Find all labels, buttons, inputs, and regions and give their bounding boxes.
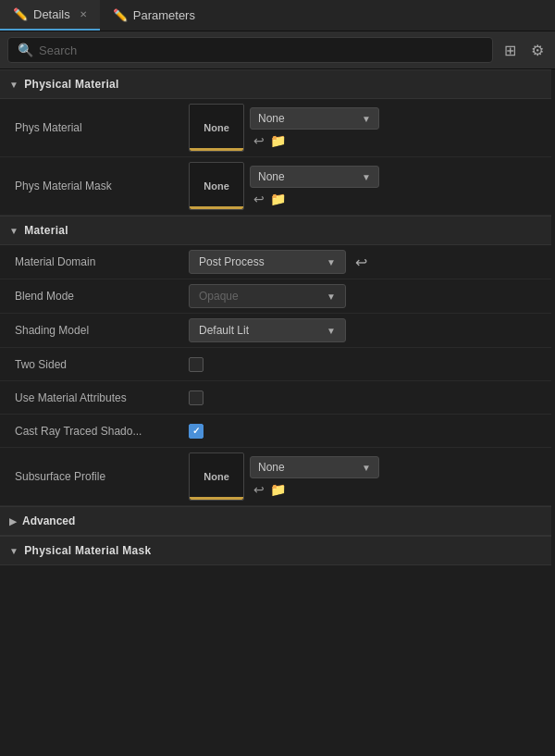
subsurface-profile-reset-icon[interactable]: ↩ <box>253 482 265 497</box>
main-content: ▼ Physical Material Phys Material None N… <box>0 69 555 751</box>
advanced-label: Advanced <box>22 514 75 527</box>
phys-material-browse-icon[interactable]: 📁 <box>270 133 286 148</box>
two-sided-row: Two Sided <box>0 348 551 381</box>
subsurface-profile-browse-icon[interactable]: 📁 <box>270 482 286 497</box>
phys-material-mask-control: None None ▼ ↩ 📁 <box>189 162 542 210</box>
parameters-tab-label: Parameters <box>133 8 195 22</box>
settings-button[interactable]: ⚙ <box>527 40 548 61</box>
two-sided-checkbox[interactable] <box>189 357 204 372</box>
phys-material-row: Phys Material None None ▼ ↩ 📁 <box>0 99 551 157</box>
cast-ray-traced-label: Cast Ray Traced Shado... <box>15 425 181 438</box>
phys-material-mask-reset-icon[interactable]: ↩ <box>253 192 265 206</box>
material-domain-arrow: ▼ <box>327 257 336 267</box>
section-physical-material[interactable]: ▼ Physical Material <box>0 69 551 99</box>
section-physical-material-mask[interactable]: ▼ Physical Material Mask <box>0 536 551 565</box>
phys-material-reset-icon[interactable]: ↩ <box>253 133 265 148</box>
phys-material-label: Phys Material <box>15 121 181 134</box>
blend-mode-value: Opaque <box>199 290 239 303</box>
material-domain-value: Post Process <box>199 255 265 268</box>
phys-material-control: None None ▼ ↩ 📁 <box>189 104 542 152</box>
use-material-attrs-row: Use Material Attributes <box>0 381 551 415</box>
use-material-attrs-checkbox[interactable] <box>189 390 204 405</box>
section-advanced[interactable]: ▶ Advanced <box>0 506 551 536</box>
material-label: Material <box>24 224 68 237</box>
phys-material-mask-dropdown-wrapper: None ▼ ↩ 📁 <box>250 166 379 206</box>
shading-model-control: Default Lit ▼ <box>189 318 542 342</box>
blend-mode-row: Blend Mode Opaque ▼ <box>0 279 551 314</box>
phys-material-mask-dropdown[interactable]: None ▼ <box>250 166 379 188</box>
details-tab-icon: ✏️ <box>13 7 28 21</box>
subsurface-profile-dropdown-value: None <box>258 461 285 474</box>
details-tab-label: Details <box>33 7 70 21</box>
phys-material-dropdown-value: None <box>258 112 285 125</box>
shading-model-dropdown[interactable]: Default Lit ▼ <box>189 318 346 342</box>
advanced-chevron: ▶ <box>9 516 17 527</box>
phys-material-mask-dropdown-value: None <box>258 170 285 183</box>
physical-material-chevron: ▼ <box>9 80 18 90</box>
phys-material-mask-label: Phys Material Mask <box>15 180 181 192</box>
shading-model-label: Shading Model <box>15 324 181 337</box>
tab-bar: ✏️ Details ✕ ✏️ Parameters <box>0 0 555 31</box>
blend-mode-dropdown[interactable]: Opaque ▼ <box>189 284 346 308</box>
blend-mode-arrow: ▼ <box>327 291 336 302</box>
shading-model-arrow: ▼ <box>327 326 336 336</box>
search-input[interactable] <box>39 43 483 57</box>
physical-material-mask-label: Physical Material Mask <box>24 544 151 557</box>
subsurface-profile-thumb[interactable]: None <box>189 452 244 501</box>
section-material[interactable]: ▼ Material <box>0 216 551 245</box>
phys-material-thumb-text: None <box>204 122 229 133</box>
phys-material-mask-browse-icon[interactable]: 📁 <box>270 192 286 206</box>
material-chevron: ▼ <box>9 226 18 236</box>
physical-material-label: Physical Material <box>24 78 118 91</box>
phys-material-dropdown-arrow: ▼ <box>362 114 371 124</box>
parameters-tab-icon: ✏️ <box>113 8 128 22</box>
cast-ray-traced-control <box>189 424 542 439</box>
material-domain-row: Material Domain Post Process ▼ ↩ <box>0 245 551 279</box>
phys-material-thumb[interactable]: None <box>189 104 244 152</box>
cast-ray-traced-checkbox[interactable] <box>189 424 204 439</box>
material-domain-dropdown[interactable]: Post Process ▼ <box>189 250 346 274</box>
phys-material-dropdown-wrapper: None ▼ ↩ 📁 <box>250 107 379 148</box>
search-wrapper: 🔍 <box>7 37 493 63</box>
phys-material-mask-row: Phys Material Mask None None ▼ ↩ 📁 <box>0 157 551 216</box>
subsurface-profile-thumb-text: None <box>204 471 229 482</box>
tab-details[interactable]: ✏️ Details ✕ <box>0 0 100 31</box>
physical-material-mask-chevron: ▼ <box>9 546 18 556</box>
subsurface-profile-dropdown[interactable]: None ▼ <box>250 456 379 478</box>
phys-material-mask-dropdown-arrow: ▼ <box>362 172 371 182</box>
subsurface-profile-dropdown-arrow: ▼ <box>362 463 371 473</box>
blend-mode-control: Opaque ▼ <box>189 284 542 308</box>
two-sided-control <box>189 357 542 372</box>
subsurface-profile-row: Subsurface Profile None None ▼ ↩ 📁 <box>0 448 551 506</box>
subsurface-profile-actions: ↩ 📁 <box>250 482 379 497</box>
phys-material-actions: ↩ 📁 <box>250 133 379 148</box>
shading-model-row: Shading Model Default Lit ▼ <box>0 314 551 348</box>
phys-material-mask-actions: ↩ 📁 <box>250 192 379 206</box>
phys-material-mask-thumb-text: None <box>204 180 229 192</box>
cast-ray-traced-row: Cast Ray Traced Shado... <box>0 415 551 448</box>
two-sided-label: Two Sided <box>15 358 181 371</box>
shading-model-value: Default Lit <box>199 324 249 337</box>
subsurface-profile-dropdown-wrapper: None ▼ ↩ 📁 <box>250 456 379 497</box>
use-material-attrs-label: Use Material Attributes <box>15 391 181 404</box>
phys-material-dropdown[interactable]: None ▼ <box>250 107 379 130</box>
tab-parameters[interactable]: ✏️ Parameters <box>100 1 208 30</box>
material-domain-control: Post Process ▼ ↩ <box>189 250 542 274</box>
material-domain-reset[interactable]: ↩ <box>355 254 367 271</box>
phys-material-mask-thumb[interactable]: None <box>189 162 244 210</box>
grid-view-button[interactable]: ⊞ <box>500 40 520 61</box>
search-bar: 🔍 ⊞ ⚙ <box>0 31 555 69</box>
use-material-attrs-control <box>189 390 542 405</box>
blend-mode-label: Blend Mode <box>15 290 181 303</box>
material-domain-label: Material Domain <box>15 255 181 268</box>
search-icon: 🔍 <box>18 43 33 57</box>
details-tab-close[interactable]: ✕ <box>80 9 87 19</box>
subsurface-profile-control: None None ▼ ↩ 📁 <box>189 452 542 501</box>
subsurface-profile-label: Subsurface Profile <box>15 470 181 483</box>
